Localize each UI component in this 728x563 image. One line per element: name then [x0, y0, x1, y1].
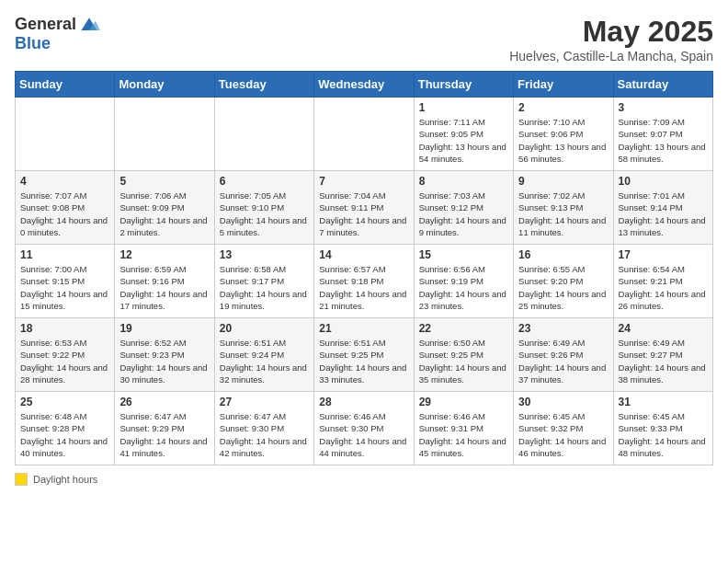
calendar-cell	[16, 98, 115, 171]
calendar-cell: 17Sunrise: 6:54 AM Sunset: 9:21 PM Dayli…	[613, 245, 712, 318]
day-number: 25	[20, 396, 109, 408]
day-info: Sunrise: 7:10 AM Sunset: 9:06 PM Dayligh…	[518, 116, 608, 165]
day-info: Sunrise: 6:56 AM Sunset: 9:19 PM Dayligh…	[419, 263, 508, 312]
day-number: 31	[619, 396, 708, 408]
logo-general: General	[15, 15, 76, 34]
day-info: Sunrise: 6:45 AM Sunset: 9:32 PM Dayligh…	[518, 410, 608, 459]
calendar-week-row: 1Sunrise: 7:11 AM Sunset: 9:05 PM Daylig…	[16, 98, 713, 171]
day-number: 1	[419, 101, 508, 114]
weekday-header: Sunday	[16, 72, 115, 98]
day-number: 19	[119, 322, 209, 335]
day-number: 22	[419, 322, 508, 335]
day-number: 7	[319, 175, 408, 188]
calendar-cell: 27Sunrise: 6:47 AM Sunset: 9:30 PM Dayli…	[214, 392, 313, 465]
day-info: Sunrise: 7:01 AM Sunset: 9:14 PM Dayligh…	[619, 190, 708, 238]
day-number: 12	[119, 248, 209, 261]
day-number: 6	[220, 175, 309, 188]
calendar-cell	[314, 98, 414, 171]
day-info: Sunrise: 7:02 AM Sunset: 9:13 PM Dayligh…	[518, 190, 608, 238]
day-info: Sunrise: 6:50 AM Sunset: 9:25 PM Dayligh…	[419, 337, 508, 385]
calendar-table: SundayMondayTuesdayWednesdayThursdayFrid…	[15, 71, 713, 465]
calendar-cell: 4Sunrise: 7:07 AM Sunset: 9:08 PM Daylig…	[16, 171, 115, 245]
calendar-cell: 19Sunrise: 6:52 AM Sunset: 9:23 PM Dayli…	[115, 318, 214, 392]
weekday-header: Wednesday	[314, 72, 414, 98]
day-info: Sunrise: 7:04 AM Sunset: 9:11 PM Dayligh…	[319, 190, 408, 238]
day-number: 13	[220, 248, 309, 261]
weekday-header: Friday	[514, 72, 613, 98]
day-number: 9	[518, 175, 608, 188]
day-number: 15	[419, 248, 508, 261]
calendar-cell: 3Sunrise: 7:09 AM Sunset: 9:07 PM Daylig…	[613, 98, 712, 171]
calendar-cell: 25Sunrise: 6:48 AM Sunset: 9:28 PM Dayli…	[16, 392, 115, 465]
day-number: 2	[518, 101, 608, 114]
day-info: Sunrise: 6:59 AM Sunset: 9:16 PM Dayligh…	[119, 263, 209, 312]
day-info: Sunrise: 6:52 AM Sunset: 9:23 PM Dayligh…	[119, 337, 209, 385]
day-info: Sunrise: 6:49 AM Sunset: 9:26 PM Dayligh…	[518, 337, 608, 385]
calendar-cell: 21Sunrise: 6:51 AM Sunset: 9:25 PM Dayli…	[314, 318, 414, 392]
day-number: 24	[619, 322, 708, 335]
calendar-cell	[115, 98, 214, 171]
day-info: Sunrise: 6:49 AM Sunset: 9:27 PM Dayligh…	[619, 337, 708, 385]
day-info: Sunrise: 6:45 AM Sunset: 9:33 PM Dayligh…	[619, 410, 708, 459]
day-info: Sunrise: 6:57 AM Sunset: 9:18 PM Dayligh…	[319, 263, 408, 312]
day-info: Sunrise: 7:11 AM Sunset: 9:05 PM Dayligh…	[419, 116, 508, 165]
calendar-cell: 16Sunrise: 6:55 AM Sunset: 9:20 PM Dayli…	[514, 245, 613, 318]
calendar-week-row: 4Sunrise: 7:07 AM Sunset: 9:08 PM Daylig…	[16, 171, 713, 245]
day-info: Sunrise: 6:47 AM Sunset: 9:30 PM Dayligh…	[220, 410, 309, 459]
day-info: Sunrise: 7:05 AM Sunset: 9:10 PM Dayligh…	[220, 190, 309, 238]
calendar-cell: 13Sunrise: 6:58 AM Sunset: 9:17 PM Dayli…	[214, 245, 313, 318]
calendar-cell: 26Sunrise: 6:47 AM Sunset: 9:29 PM Dayli…	[115, 392, 214, 465]
day-info: Sunrise: 7:03 AM Sunset: 9:12 PM Dayligh…	[419, 190, 508, 238]
day-info: Sunrise: 7:09 AM Sunset: 9:07 PM Dayligh…	[619, 116, 708, 165]
weekday-header: Thursday	[414, 72, 513, 98]
day-number: 14	[319, 248, 408, 261]
day-number: 28	[319, 396, 408, 408]
day-number: 10	[619, 175, 708, 188]
daylight-label: Daylight hours	[33, 474, 97, 485]
calendar-cell: 30Sunrise: 6:45 AM Sunset: 9:32 PM Dayli…	[514, 392, 613, 465]
location-subtitle: Huelves, Castille-La Mancha, Spain	[509, 49, 713, 63]
calendar-cell: 23Sunrise: 6:49 AM Sunset: 9:26 PM Dayli…	[514, 318, 613, 392]
day-info: Sunrise: 6:48 AM Sunset: 9:28 PM Dayligh…	[20, 410, 109, 459]
logo-blue: Blue	[15, 34, 51, 52]
footer: Daylight hours	[15, 473, 713, 486]
calendar-cell: 31Sunrise: 6:45 AM Sunset: 9:33 PM Dayli…	[613, 392, 712, 465]
day-number: 5	[119, 175, 209, 188]
calendar-cell	[214, 98, 313, 171]
day-info: Sunrise: 6:53 AM Sunset: 9:22 PM Dayligh…	[20, 337, 109, 385]
weekday-header: Monday	[115, 72, 214, 98]
day-number: 4	[20, 175, 109, 188]
weekday-header: Saturday	[613, 72, 712, 98]
day-info: Sunrise: 6:51 AM Sunset: 9:24 PM Dayligh…	[220, 337, 309, 385]
day-info: Sunrise: 6:47 AM Sunset: 9:29 PM Dayligh…	[119, 410, 209, 459]
day-number: 11	[20, 248, 109, 261]
calendar-week-row: 18Sunrise: 6:53 AM Sunset: 9:22 PM Dayli…	[16, 318, 713, 392]
calendar-cell: 7Sunrise: 7:04 AM Sunset: 9:11 PM Daylig…	[314, 171, 414, 245]
day-number: 26	[119, 396, 209, 408]
calendar-cell: 18Sunrise: 6:53 AM Sunset: 9:22 PM Dayli…	[16, 318, 115, 392]
calendar-cell: 6Sunrise: 7:05 AM Sunset: 9:10 PM Daylig…	[214, 171, 313, 245]
day-number: 20	[220, 322, 309, 335]
day-info: Sunrise: 7:07 AM Sunset: 9:08 PM Dayligh…	[20, 190, 109, 238]
day-number: 8	[419, 175, 508, 188]
weekday-row: SundayMondayTuesdayWednesdayThursdayFrid…	[16, 72, 713, 98]
day-number: 17	[619, 248, 708, 261]
logo: General Blue	[15, 15, 100, 53]
day-info: Sunrise: 6:46 AM Sunset: 9:31 PM Dayligh…	[419, 410, 508, 459]
calendar-body: 1Sunrise: 7:11 AM Sunset: 9:05 PM Daylig…	[16, 98, 713, 465]
calendar-cell: 9Sunrise: 7:02 AM Sunset: 9:13 PM Daylig…	[514, 171, 613, 245]
calendar-cell: 28Sunrise: 6:46 AM Sunset: 9:30 PM Dayli…	[314, 392, 414, 465]
day-number: 29	[419, 396, 508, 408]
day-number: 23	[518, 322, 608, 335]
calendar-week-row: 25Sunrise: 6:48 AM Sunset: 9:28 PM Dayli…	[16, 392, 713, 465]
calendar-cell: 15Sunrise: 6:56 AM Sunset: 9:19 PM Dayli…	[414, 245, 513, 318]
calendar-cell: 2Sunrise: 7:10 AM Sunset: 9:06 PM Daylig…	[514, 98, 613, 171]
calendar-cell: 12Sunrise: 6:59 AM Sunset: 9:16 PM Dayli…	[115, 245, 214, 318]
calendar-cell: 11Sunrise: 7:00 AM Sunset: 9:15 PM Dayli…	[16, 245, 115, 318]
calendar-cell: 22Sunrise: 6:50 AM Sunset: 9:25 PM Dayli…	[414, 318, 513, 392]
calendar-cell: 5Sunrise: 7:06 AM Sunset: 9:09 PM Daylig…	[115, 171, 214, 245]
day-info: Sunrise: 7:00 AM Sunset: 9:15 PM Dayligh…	[20, 263, 109, 312]
header: General Blue May 2025 Huelves, Castille-…	[15, 15, 713, 63]
calendar-week-row: 11Sunrise: 7:00 AM Sunset: 9:15 PM Dayli…	[16, 245, 713, 318]
calendar-header: SundayMondayTuesdayWednesdayThursdayFrid…	[16, 72, 713, 98]
